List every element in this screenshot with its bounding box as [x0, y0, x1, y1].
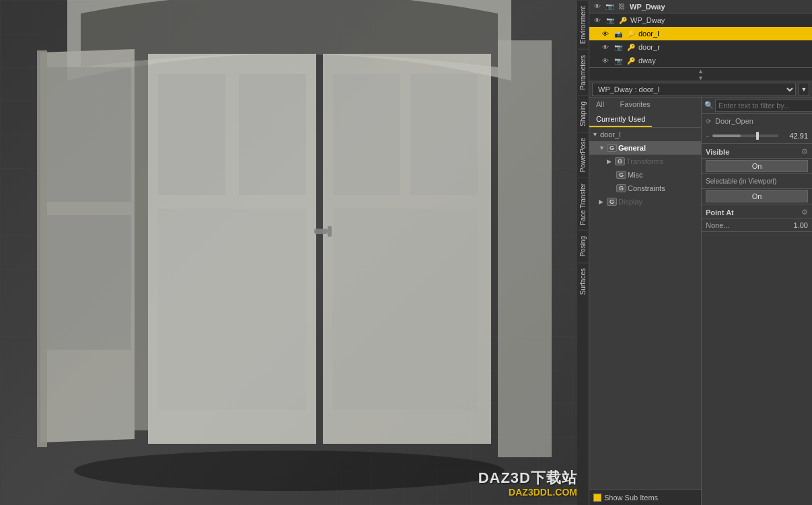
- door-open-slider[interactable]: [712, 134, 778, 137]
- door-open-label-row: ⟳ Door_Open: [702, 114, 812, 128]
- eye-icon-2: 👁: [600, 42, 611, 52]
- svg-rect-15: [314, 229, 328, 234]
- tree-item-misc[interactable]: G Misc: [589, 168, 701, 182]
- point-at-header: Point At ⚙: [702, 206, 812, 219]
- tree-item-constraints[interactable]: G Constraints: [589, 182, 701, 195]
- eye-icon[interactable]: 👁: [592, 1, 603, 12]
- slider-fill: [712, 134, 741, 137]
- visible-header: Visible ⚙: [702, 145, 812, 159]
- point-at-number: 1.00: [794, 221, 808, 229]
- tree-label-0: door_l: [600, 130, 621, 139]
- properties-panel: 🔍 ⟳ Door_Open −: [701, 98, 812, 505]
- scene-chain-icon[interactable]: ⛓: [616, 1, 627, 12]
- scene-label-0: WP_Dway: [630, 16, 665, 24]
- visible-on-row: On: [702, 159, 812, 174]
- g-badge-transforms: G: [615, 157, 625, 165]
- dial-icon: ⟳: [706, 118, 711, 125]
- door-scene-svg: [0, 0, 577, 505]
- params-selector[interactable]: WP_Dway : door_l: [592, 83, 796, 96]
- scene-icon2[interactable]: 📷: [604, 1, 615, 12]
- type-icon-2: 📷: [613, 42, 624, 52]
- svg-rect-12: [333, 74, 400, 195]
- tab-favorites[interactable]: Favorites: [614, 98, 657, 112]
- scene-item-3[interactable]: 👁 📷 🔑 dway: [589, 54, 812, 67]
- tab-shaping[interactable]: Shaping: [578, 95, 588, 132]
- door-open-section: ⟳ Door_Open − 42.91: [702, 114, 812, 144]
- right-content: 👁 📷 ⛓ WP_Dway 👁 📷 🔑 WP_Dway 👁 📷 🔑 door_l: [589, 0, 812, 505]
- prop-search-bar: 🔍: [702, 98, 812, 114]
- right-panel: Environment Parameters Shaping PowerPose…: [577, 0, 812, 505]
- svg-point-18: [74, 451, 505, 491]
- tab-currently-used[interactable]: Currently Used: [589, 112, 652, 127]
- params-arrow[interactable]: ▼: [799, 83, 809, 96]
- svg-rect-8: [158, 74, 225, 195]
- tree-item-general[interactable]: ▼ G General: [589, 141, 701, 155]
- door-open-slider-row: − 42.91: [702, 128, 812, 143]
- tree-item-display[interactable]: ▶ G Display: [589, 195, 701, 208]
- scene-label-3: dway: [638, 56, 656, 65]
- type-icon-1: 📷: [613, 28, 624, 39]
- params-header: WP_Dway : door_l ▼: [589, 81, 812, 98]
- svg-rect-14: [333, 208, 478, 410]
- visible-label: Visible: [706, 148, 729, 156]
- scroll-down-arrow[interactable]: ▼: [698, 75, 704, 81]
- scene-item-2[interactable]: 👁 📷 🔑 door_r: [589, 40, 812, 54]
- visible-on-button[interactable]: On: [706, 160, 808, 172]
- scroll-area: ▲ ▼: [589, 68, 812, 81]
- tree-panel: All Favorites Currently Used ▼ door_l: [589, 98, 701, 505]
- tab-face-transfer[interactable]: Face Transfer: [578, 178, 588, 231]
- tab-parameters[interactable]: Parameters: [578, 49, 588, 95]
- sub-panel-container: All Favorites Currently Used ▼ door_l: [589, 98, 812, 505]
- scene-item-0[interactable]: 👁 📷 🔑 WP_Dway: [589, 13, 812, 27]
- eye-icon-0: 👁: [592, 15, 603, 26]
- g-badge-display: G: [607, 198, 617, 206]
- svg-rect-17: [498, 40, 552, 457]
- svg-rect-16: [328, 226, 332, 237]
- key-icon-0: 🔑: [618, 15, 628, 26]
- tab-environment[interactable]: Environment: [578, 0, 588, 49]
- svg-rect-6: [135, 61, 148, 430]
- tree-item-door-l[interactable]: ▼ door_l: [589, 128, 701, 141]
- prop-search-input[interactable]: [715, 100, 812, 112]
- door-open-value: 42.91: [781, 132, 808, 140]
- scene-panel: 👁 📷 ⛓ WP_Dway 👁 📷 🔑 WP_Dway 👁 📷 🔑 door_l: [589, 0, 812, 68]
- show-sub-items-checkbox[interactable]: [593, 494, 601, 502]
- visible-gear-icon[interactable]: ⚙: [801, 147, 808, 156]
- tree-view[interactable]: ▼ door_l ▼ G General ▶ G: [589, 128, 701, 489]
- tree-label-display: Display: [618, 198, 642, 206]
- key-icon-3: 🔑: [626, 55, 636, 66]
- show-sub-items-label: Show Sub Items: [604, 494, 658, 502]
- svg-rect-3: [44, 67, 131, 202]
- tab-surfaces[interactable]: Surfaces: [578, 262, 588, 300]
- svg-rect-4: [44, 215, 131, 350]
- point-at-none-row: None... 1.00: [702, 219, 812, 232]
- tree-item-transforms[interactable]: ▶ G Transforms: [589, 155, 701, 168]
- scene-item-1[interactable]: 👁 📷 🔑 door_l: [589, 27, 812, 40]
- scene-icons: 👁 📷 ⛓: [592, 1, 627, 12]
- params-panel: WP_Dway : door_l ▼ All Favorites Current…: [589, 81, 812, 505]
- eye-icon-1: 👁: [600, 28, 611, 39]
- tab-all[interactable]: All: [589, 98, 611, 112]
- svg-rect-9: [239, 74, 306, 195]
- type-icon-0: 📷: [605, 15, 616, 26]
- vertical-tabs: Environment Parameters Shaping PowerPose…: [577, 0, 589, 505]
- tab-posing[interactable]: Posing: [578, 230, 588, 262]
- point-at-gear-icon[interactable]: ⚙: [801, 208, 808, 217]
- selectable-on-button[interactable]: On: [706, 190, 808, 202]
- tree-label-transforms: Transforms: [626, 157, 663, 165]
- svg-rect-10: [158, 208, 306, 410]
- tree-arrow-transforms: ▶: [607, 158, 614, 165]
- tree-arrow-0: ▼: [592, 131, 599, 138]
- bottom-bar: Show Sub Items: [589, 489, 701, 505]
- scroll-up-arrow[interactable]: ▲: [698, 68, 704, 75]
- point-at-none-value[interactable]: None...: [706, 221, 729, 229]
- tab-powerpose[interactable]: PowerPose: [578, 132, 588, 178]
- g-badge-general: G: [607, 144, 617, 152]
- tree-label-constraints: Constraints: [628, 184, 665, 192]
- slider-thumb: [756, 132, 759, 140]
- tree-label-misc: Misc: [628, 171, 643, 179]
- minus-icon[interactable]: −: [706, 132, 710, 140]
- search-icon: 🔍: [704, 101, 714, 110]
- key-icon-1: 🔑: [626, 28, 636, 39]
- viewport: DAZ3D下载站 DAZ3DDL.COM: [0, 0, 577, 505]
